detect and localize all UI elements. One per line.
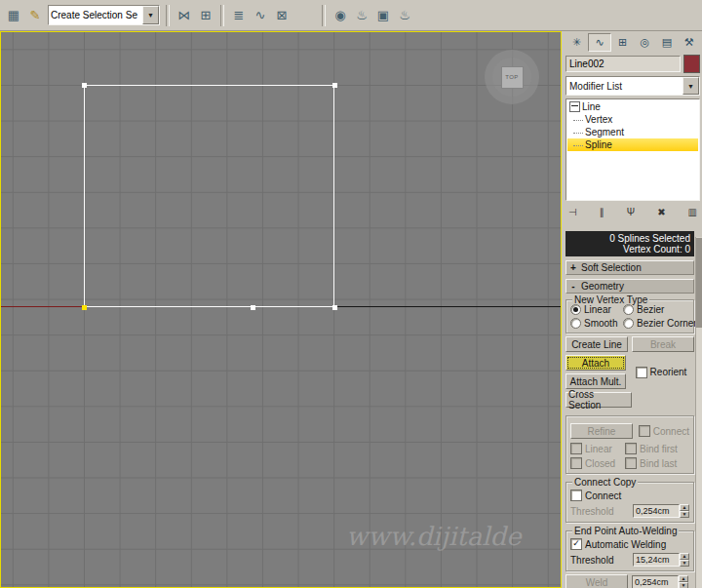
checkbox-label: Connect <box>585 490 621 501</box>
scrollbar-thumb[interactable] <box>696 238 702 328</box>
stack-item-vertex[interactable]: Vertex <box>567 113 698 126</box>
stack-item-segment[interactable]: Segment <box>567 126 698 138</box>
named-selection-sets-input[interactable] <box>49 6 142 24</box>
radio-bezier[interactable]: Bezier <box>623 304 697 315</box>
first-vertex-marker[interactable] <box>82 305 87 310</box>
vertex-marker[interactable] <box>332 305 337 310</box>
radio-bezier-corner[interactable]: Bezier Corner <box>623 318 697 329</box>
show-end-result-icon[interactable]: ∥ <box>600 207 604 217</box>
attach-button[interactable]: Attach <box>566 355 626 371</box>
object-name-field[interactable] <box>566 56 681 72</box>
auto-weld-threshold-spinner[interactable]: 15,24cm ▲ ▼ <box>633 553 689 567</box>
connect-copy-threshold-spinner[interactable]: 0,254cm ▲ ▼ <box>633 504 689 518</box>
radio-label: Bezier Corner <box>637 318 697 329</box>
tab-motion-icon[interactable]: ◎ <box>634 34 656 51</box>
collapse-icon[interactable] <box>569 101 580 112</box>
spinner-down-icon[interactable]: ▼ <box>680 511 689 518</box>
weld-threshold-spinner[interactable]: 0,254cm ▲ ▼ <box>632 575 688 588</box>
radio-smooth[interactable]: Smooth <box>570 318 623 329</box>
command-panel: ✳ ∿ ⊞ ◎ ▤ ⚒ Modifier List ▼ Line Vertex <box>562 31 702 588</box>
viewcube-top-face[interactable]: TOP <box>501 66 524 89</box>
spinner-up-icon[interactable]: ▲ <box>679 575 688 582</box>
panel-scrollbar[interactable] <box>695 237 702 588</box>
checkbox-label: Closed <box>585 458 615 469</box>
spinner-up-icon[interactable]: ▲ <box>680 504 689 511</box>
named-selection-sets-combo[interactable]: ▼ <box>48 5 160 25</box>
weld-button[interactable]: Weld <box>566 574 628 588</box>
pin-stack-icon[interactable]: ⊣ <box>568 207 577 217</box>
spinner-up-icon[interactable]: ▲ <box>680 553 689 560</box>
attach-mult-button[interactable]: Attach Mult. <box>566 373 626 389</box>
rendered-frame-icon[interactable]: ▣ <box>372 5 394 26</box>
linear-checkbox[interactable]: Linear <box>570 443 625 454</box>
align-icon[interactable]: ⊞ <box>195 5 216 26</box>
render-icon[interactable]: ♨ <box>394 5 415 26</box>
checkbox-box: ✓ <box>570 538 582 550</box>
vertex-marker[interactable] <box>332 83 337 88</box>
make-unique-icon[interactable]: Ψ <box>627 207 635 217</box>
connect-checkbox[interactable]: Connect <box>639 425 689 437</box>
tab-hierarchy-icon[interactable]: ⊞ <box>611 34 634 51</box>
radio-linear[interactable]: Linear <box>570 304 623 315</box>
modifier-list-dropdown[interactable]: Modifier List ▼ <box>566 76 700 96</box>
stack-item-spline[interactable]: Spline <box>567 138 698 151</box>
toolbar-separator <box>322 5 326 26</box>
schematic-view-icon[interactable]: ⊠ <box>271 5 292 26</box>
modifier-stack[interactable]: Line Vertex Segment Spline <box>566 98 700 201</box>
rollout-geometry[interactable]: - Geometry <box>566 279 694 294</box>
tab-modify-icon[interactable]: ∿ <box>588 33 612 52</box>
group-title: New Vertex Type <box>572 294 649 305</box>
closed-checkbox[interactable]: Closed <box>570 457 625 469</box>
select-region-icon[interactable]: ▦ <box>3 5 24 26</box>
viewcube[interactable]: TOP <box>485 50 539 104</box>
spinner-down-icon[interactable]: ▼ <box>679 582 688 588</box>
negative-x-axis-line <box>1 306 84 307</box>
modifier-stack-tools: ⊣ ∥ Ψ ✖ ▥ <box>566 203 700 221</box>
splines-selected-text: 0 Splines Selected <box>569 233 690 244</box>
material-editor-icon[interactable]: ◉ <box>330 5 351 26</box>
automatic-welding-checkbox[interactable]: ✓ Automatic Welding <box>570 538 689 550</box>
tab-utilities-icon[interactable]: ⚒ <box>678 34 700 51</box>
rollout-soft-selection[interactable]: + Soft Selection <box>566 260 694 275</box>
new-vertex-type-group: New Vertex Type Linear Bezier Smooth <box>566 299 694 333</box>
create-line-button[interactable]: Create Line <box>566 336 628 352</box>
tab-display-icon[interactable]: ▤ <box>656 34 679 51</box>
checkbox-box <box>625 457 637 469</box>
top-viewport[interactable]: TOP www.dijitalde <box>0 31 562 588</box>
break-button[interactable]: Break <box>632 336 694 352</box>
spinner-down-icon[interactable]: ▼ <box>680 560 689 567</box>
radio-dot <box>570 304 581 315</box>
tab-create-icon[interactable]: ✳ <box>566 34 588 51</box>
vertex-count-text: Vertex Count: 0 <box>569 244 690 255</box>
vertex-marker[interactable] <box>251 305 255 310</box>
layer-manager-icon[interactable]: ≣ <box>228 5 250 26</box>
vertex-marker[interactable] <box>82 83 87 88</box>
spinner-value[interactable]: 0,254cm <box>633 504 680 518</box>
reorient-checkbox[interactable]: Reorient <box>636 367 687 378</box>
tree-line <box>573 144 583 146</box>
radio-dot <box>623 304 634 315</box>
spline-rectangle <box>84 85 334 307</box>
curve-editor-icon[interactable]: ∿ <box>250 5 271 26</box>
watermark-text: www.dijitalde <box>346 522 522 551</box>
connect-copy-checkbox[interactable]: Connect <box>570 490 689 501</box>
stack-item-line[interactable]: Line <box>567 100 698 113</box>
toolbar-separator <box>220 5 224 26</box>
refine-button[interactable]: Refine <box>570 423 633 439</box>
chevron-down-icon[interactable]: ▼ <box>682 77 699 95</box>
bind-last-checkbox[interactable]: Bind last <box>625 457 689 469</box>
edit-named-selections-icon[interactable]: ✎ <box>24 5 46 26</box>
mirror-icon[interactable]: ⋈ <box>174 5 195 26</box>
spinner-value[interactable]: 0,254cm <box>632 575 679 588</box>
bind-first-checkbox[interactable]: Bind first <box>625 443 689 454</box>
render-setup-icon[interactable]: ♨ <box>351 5 372 26</box>
object-color-swatch[interactable] <box>683 55 700 73</box>
radio-label: Linear <box>584 304 611 315</box>
remove-modifier-icon[interactable]: ✖ <box>657 207 665 217</box>
configure-modifier-sets-icon[interactable]: ▥ <box>688 207 697 217</box>
spinner-value[interactable]: 15,24cm <box>633 553 680 567</box>
connect-copy-group: Connect Copy Connect Threshold 0,254cm ▲… <box>566 482 694 523</box>
cross-section-button[interactable]: Cross Section <box>566 392 632 408</box>
rollout-title: Soft Selection <box>581 262 642 273</box>
chevron-down-icon[interactable]: ▼ <box>142 6 159 24</box>
